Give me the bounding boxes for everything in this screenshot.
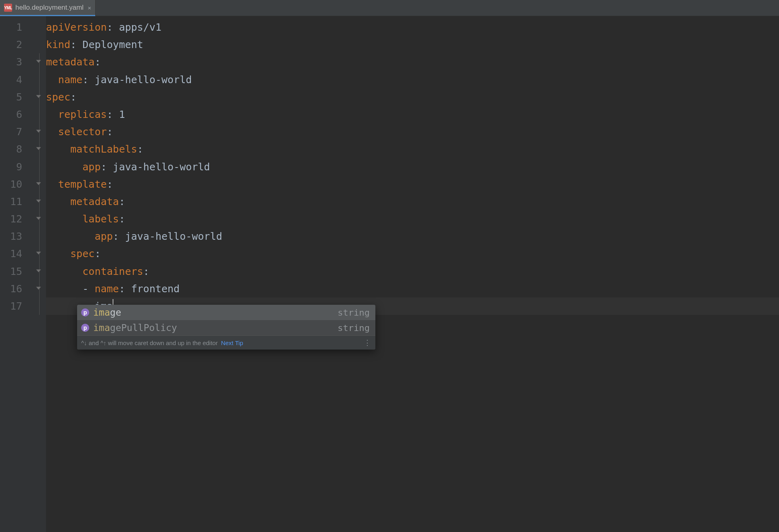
line-number: 6 xyxy=(0,106,35,123)
fold-icon[interactable] xyxy=(36,252,41,255)
more-icon[interactable]: ⋮ xyxy=(364,338,371,347)
close-icon[interactable]: × xyxy=(88,5,91,11)
line-number: 4 xyxy=(0,71,35,88)
code-line[interactable]: app: java-hello-world xyxy=(46,228,779,245)
code-line[interactable]: kind: Deployment xyxy=(46,36,779,53)
line-number: 11 xyxy=(0,193,35,210)
line-number: 2 xyxy=(0,36,35,53)
fold-icon[interactable] xyxy=(36,147,41,150)
fold-icon[interactable] xyxy=(36,130,41,133)
fold-icon[interactable] xyxy=(36,182,41,185)
hint-text: ^↓ and ^↑ will move caret down and up in… xyxy=(81,339,218,346)
code-line[interactable]: replicas: 1 xyxy=(46,106,779,123)
property-icon: p xyxy=(81,324,89,332)
property-icon: p xyxy=(81,308,89,316)
fold-icon[interactable] xyxy=(36,60,41,63)
line-number: 16 xyxy=(0,280,35,297)
code-line[interactable]: - name: frontend xyxy=(46,280,779,297)
code-line[interactable]: selector: xyxy=(46,123,779,140)
tab-filename: hello.deployment.yaml xyxy=(15,4,84,12)
code-area[interactable]: apiVersion: apps/v1 kind: Deployment met… xyxy=(46,16,779,532)
file-tab[interactable]: YML hello.deployment.yaml × xyxy=(0,0,96,16)
fold-icon[interactable] xyxy=(36,269,41,272)
fold-column xyxy=(36,16,46,532)
line-number: 13 xyxy=(0,228,35,245)
line-number: 14 xyxy=(0,245,35,262)
code-line[interactable]: metadata: xyxy=(46,53,779,71)
code-line[interactable]: containers: xyxy=(46,263,779,280)
yaml-file-icon: YML xyxy=(4,4,12,12)
line-number: 15 xyxy=(0,263,35,280)
autocomplete-hint: ^↓ and ^↑ will move caret down and up in… xyxy=(77,335,375,350)
gutter: 1 2 3 4 5 6 7 8 9 10 11 12 13 14 15 16 1… xyxy=(0,16,36,532)
fold-icon[interactable] xyxy=(36,199,41,202)
line-number: 5 xyxy=(0,88,35,106)
next-tip-link[interactable]: Next Tip xyxy=(221,339,243,346)
line-number: 8 xyxy=(0,140,35,158)
fold-icon[interactable] xyxy=(36,95,41,98)
autocomplete-item[interactable]: p imagePullPolicy string xyxy=(77,320,375,335)
code-line[interactable]: app: java-hello-world xyxy=(46,158,779,176)
code-line[interactable]: matchLabels: xyxy=(46,140,779,158)
fold-icon[interactable] xyxy=(36,287,41,289)
tabbar: YML hello.deployment.yaml × xyxy=(0,0,779,16)
code-line[interactable]: apiVersion: apps/v1 xyxy=(46,19,779,36)
code-line[interactable]: spec: xyxy=(46,88,779,106)
line-number: 10 xyxy=(0,176,35,193)
line-number: 1 xyxy=(0,19,35,36)
line-number: 7 xyxy=(0,123,35,140)
editor[interactable]: 1 2 3 4 5 6 7 8 9 10 11 12 13 14 15 16 1… xyxy=(0,16,779,532)
code-line[interactable]: template: xyxy=(46,176,779,193)
line-number: 9 xyxy=(0,158,35,176)
line-number: 3 xyxy=(0,53,35,71)
code-line[interactable]: metadata: xyxy=(46,193,779,210)
code-line[interactable]: name: java-hello-world xyxy=(46,71,779,88)
autocomplete-popup: p image string p imagePullPolicy string … xyxy=(77,305,375,350)
line-number: 17 xyxy=(0,297,35,315)
line-number: 12 xyxy=(0,210,35,228)
autocomplete-item[interactable]: p image string xyxy=(77,305,375,320)
fold-icon[interactable] xyxy=(36,217,41,220)
code-line[interactable]: spec: xyxy=(46,245,779,262)
code-line[interactable]: labels: xyxy=(46,210,779,228)
